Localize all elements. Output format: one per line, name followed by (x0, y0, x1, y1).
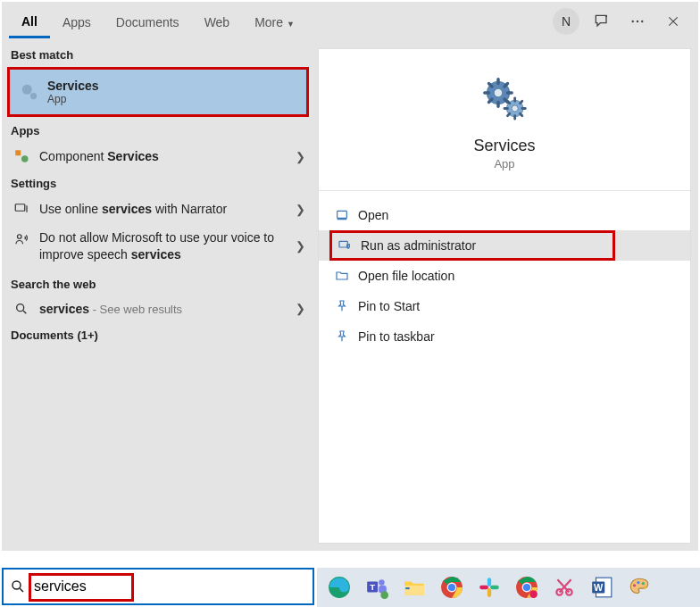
chevron-right-icon: ❯ (296, 239, 305, 253)
chevron-right-icon: ❯ (296, 302, 305, 315)
section-apps: Apps (2, 117, 314, 143)
action-run-admin[interactable]: Run as administrator (329, 230, 615, 261)
folder-icon (335, 269, 358, 283)
svg-point-9 (18, 235, 22, 239)
svg-point-10 (17, 304, 24, 311)
action-pin-taskbar[interactable]: Pin to taskbar (319, 321, 690, 352)
speech-icon (11, 231, 32, 247)
taskbar-snip-icon[interactable] (551, 574, 578, 601)
svg-rect-32 (479, 586, 488, 589)
pin-start-icon (335, 299, 358, 313)
start-search-panel: All Apps Documents Web More▼ N Best matc… (2, 2, 698, 551)
search-icon (11, 302, 32, 316)
svg-point-14 (512, 105, 518, 112)
svg-text:W: W (594, 582, 604, 593)
taskbar-explorer-icon[interactable] (401, 574, 428, 601)
tab-more[interactable]: More▼ (242, 6, 307, 37)
narrator-icon (11, 201, 32, 217)
section-documents: Documents (1+) (2, 321, 314, 347)
search-input[interactable] (32, 570, 312, 603)
result-services-app[interactable]: Services App (10, 70, 306, 114)
taskbar-chrome2-icon[interactable] (513, 574, 540, 601)
preview-pane: Services App Open Run as administ (318, 48, 691, 544)
svg-rect-29 (488, 578, 491, 586)
svg-point-42 (633, 584, 636, 586)
best-match-subtitle: App (47, 93, 297, 105)
pin-taskbar-icon (335, 329, 358, 344)
svg-point-23 (380, 591, 388, 599)
svg-rect-15 (338, 211, 347, 218)
action-open[interactable]: Open (319, 200, 690, 230)
chevron-right-icon: ❯ (296, 150, 305, 163)
tab-apps[interactable]: Apps (50, 6, 104, 37)
svg-point-3 (641, 21, 643, 22)
svg-point-0 (606, 16, 607, 17)
svg-rect-24 (404, 586, 424, 595)
gears-icon (19, 82, 40, 102)
admin-shield-icon (338, 238, 361, 253)
action-list: Open Run as administrator Open file loca… (319, 195, 690, 357)
svg-point-1 (632, 21, 634, 22)
taskbar-edge-icon[interactable] (326, 574, 353, 601)
taskbar-teams-icon[interactable]: T (363, 574, 390, 601)
close-icon[interactable] (655, 4, 691, 39)
result-narrator-services[interactable]: Use online services with Narrator ❯ (2, 195, 314, 222)
svg-rect-31 (488, 588, 491, 597)
preview-title: Services (473, 137, 535, 155)
result-component-services[interactable]: Component Services ❯ (2, 143, 314, 170)
more-options-icon[interactable] (620, 4, 655, 39)
svg-text:T: T (370, 582, 375, 592)
taskbar-slack-icon[interactable] (476, 574, 503, 601)
svg-rect-30 (490, 586, 499, 589)
tab-documents[interactable]: Documents (104, 6, 192, 37)
section-search-web: Search the web (2, 270, 314, 296)
action-run-admin-row: Run as administrator (319, 230, 690, 261)
taskbar: T W (317, 568, 700, 607)
tab-web[interactable]: Web (192, 6, 243, 37)
svg-rect-6 (15, 150, 21, 155)
results-list: Best match Services App Apps Compon (2, 41, 314, 551)
section-settings: Settings (2, 170, 314, 195)
svg-point-7 (21, 155, 29, 162)
svg-point-12 (494, 88, 502, 96)
chevron-down-icon: ▼ (287, 20, 295, 29)
taskbar-paint-icon[interactable] (626, 574, 653, 601)
svg-point-35 (523, 584, 530, 591)
svg-rect-25 (405, 587, 409, 589)
svg-point-36 (529, 590, 538, 598)
svg-point-43 (637, 581, 639, 584)
svg-point-44 (642, 582, 645, 585)
action-open-location[interactable]: Open file location (319, 261, 690, 291)
chevron-right-icon: ❯ (296, 203, 305, 216)
result-speech-services[interactable]: Do not allow Microsoft to use your voice… (2, 222, 314, 270)
open-icon (335, 208, 358, 222)
svg-point-5 (30, 93, 37, 99)
svg-rect-16 (339, 241, 347, 247)
search-icon (4, 578, 32, 595)
svg-point-21 (379, 579, 385, 586)
section-best-match: Best match (2, 41, 314, 67)
action-pin-start[interactable]: Pin to Start (319, 291, 690, 321)
taskbar-word-icon[interactable]: W (588, 574, 615, 601)
taskbar-chrome-icon[interactable] (438, 574, 465, 601)
svg-point-45 (644, 586, 646, 588)
filter-tabs: All Apps Documents Web More▼ N (2, 2, 698, 41)
preview-subtitle: App (494, 157, 514, 170)
component-services-icon (11, 148, 32, 164)
best-match-highlight: Services App (7, 67, 309, 117)
svg-rect-8 (15, 204, 25, 212)
best-match-title: Services (47, 79, 297, 93)
search-box[interactable] (2, 568, 314, 605)
svg-point-2 (637, 21, 638, 22)
services-app-icon (479, 74, 529, 124)
svg-point-17 (12, 581, 21, 589)
feedback-icon[interactable] (584, 4, 620, 39)
result-web-services[interactable]: services - See web results ❯ (2, 296, 314, 321)
tab-all[interactable]: All (9, 5, 50, 38)
svg-point-4 (22, 85, 32, 95)
user-avatar[interactable]: N (548, 4, 584, 39)
svg-point-28 (448, 584, 455, 591)
